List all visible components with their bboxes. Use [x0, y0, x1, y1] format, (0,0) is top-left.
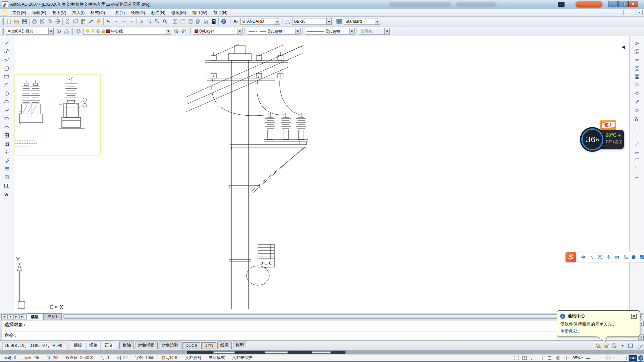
- match-properties-icon[interactable]: [87, 18, 95, 25]
- tab-layout1[interactable]: 布局1: [43, 313, 62, 320]
- help-icon[interactable]: ?: [220, 18, 227, 25]
- clean-screen-icon[interactable]: [627, 342, 634, 349]
- chamfer-icon[interactable]: [633, 156, 641, 165]
- zoom-realtime-icon[interactable]: [146, 18, 153, 25]
- line-icon[interactable]: [3, 39, 10, 47]
- plot-icon[interactable]: [31, 18, 38, 25]
- extend-icon[interactable]: [633, 123, 641, 131]
- save-icon[interactable]: [20, 18, 28, 25]
- command-window-grip[interactable]: [0, 320, 2, 340]
- copy-clip-icon[interactable]: [71, 18, 79, 25]
- chevron-down-icon[interactable]: [48, 28, 53, 34]
- chevron-down-icon[interactable]: [326, 18, 331, 24]
- menu-item-窗口w[interactable]: 窗口(W): [189, 9, 210, 16]
- tab-nav-[interactable]: ▶|: [19, 314, 25, 319]
- validate-icon[interactable]: [611, 342, 618, 349]
- status-toggle-dyn[interactable]: DYN: [201, 342, 216, 349]
- break-icon[interactable]: [633, 139, 641, 148]
- plot-preview-icon[interactable]: [38, 18, 46, 25]
- spunct-icon[interactable]: °,: [589, 253, 595, 261]
- 3d-dwf-icon[interactable]: [54, 18, 61, 25]
- tray-app-icon[interactable]: [558, 2, 565, 7]
- sogou-ime-bar[interactable]: S 中°,15: [566, 252, 644, 262]
- menu-item-修改m[interactable]: 修改(M): [168, 9, 189, 16]
- revcloud-icon[interactable]: [3, 98, 10, 106]
- globe-icon[interactable]: [96, 27, 101, 35]
- blurred-status-pill[interactable]: [576, 1, 602, 8]
- break-pt-icon[interactable]: [633, 131, 641, 139]
- status-toggle-线宽[interactable]: 线宽: [217, 342, 232, 349]
- status-toggle-捕捉[interactable]: 捕捉: [71, 342, 85, 349]
- lock-tray-icon[interactable]: [603, 342, 610, 349]
- pan-icon[interactable]: [138, 18, 146, 25]
- horizontal-scrollbar[interactable]: ▶: [63, 314, 643, 319]
- make-block-icon[interactable]: [3, 139, 10, 148]
- ellipse-arc-icon[interactable]: [3, 123, 10, 131]
- chevron-down-icon[interactable]: [375, 18, 380, 24]
- doc-control-[interactable]: ▢: [630, 10, 636, 15]
- wps-status-item-字数1055[interactable]: 字数: 1055: [135, 355, 154, 361]
- language-bar-grip[interactable]: [626, 355, 628, 361]
- tab-nav-[interactable]: |◀: [1, 314, 7, 319]
- toolbar-grip[interactable]: [2, 18, 4, 25]
- balloon-close-icon[interactable]: ✕: [631, 314, 637, 319]
- copy-icon[interactable]: [633, 47, 641, 56]
- sogou-logo-icon[interactable]: S: [566, 252, 576, 262]
- rectangle-icon[interactable]: [3, 72, 10, 81]
- command-prompt-line[interactable]: 命令:: [4, 331, 636, 339]
- fit-screen-icon[interactable]: [513, 355, 520, 361]
- trim-icon[interactable]: [633, 114, 641, 123]
- zoom-previous-icon[interactable]: [161, 18, 169, 25]
- skbd-icon[interactable]: [614, 253, 620, 261]
- paste-icon[interactable]: [79, 18, 87, 25]
- layer-combo[interactable]: 中心线: [83, 28, 171, 35]
- tab-nav-[interactable]: ◀: [7, 314, 13, 319]
- pline-icon[interactable]: [3, 56, 10, 64]
- arc-icon[interactable]: [3, 81, 10, 89]
- wps-status-item-兼容模式[interactable]: 兼容模式: [209, 355, 225, 361]
- tab-model[interactable]: 模型: [26, 313, 43, 320]
- ellipsei-icon[interactable]: [3, 114, 10, 123]
- mini-dd-icon[interactable]: [128, 18, 136, 25]
- coordinate-readout[interactable]: 16598.19, 3106.97, 0.00: [2, 342, 67, 349]
- move-icon[interactable]: [633, 81, 641, 89]
- sun-icon[interactable]: [90, 27, 96, 35]
- chevron-down-icon[interactable]: [166, 28, 171, 34]
- menu-item-标注n[interactable]: 标注(N): [148, 9, 168, 16]
- minimize-button[interactable]: —: [608, 1, 618, 7]
- zoom-slider[interactable]: —: [586, 356, 629, 361]
- side-page-icon[interactable]: [521, 355, 528, 361]
- text-style-combo[interactable]: STANDARD: [240, 18, 280, 25]
- menu-item-视图v[interactable]: 视图(V): [49, 9, 69, 16]
- spline-icon[interactable]: [3, 106, 10, 114]
- menu-item-文件f[interactable]: 文件(F): [9, 9, 29, 16]
- rotate-icon[interactable]: [633, 89, 641, 98]
- menu-item-编辑e[interactable]: 编辑(E): [29, 9, 49, 16]
- mtext-icon[interactable]: A: [3, 190, 10, 198]
- join-icon[interactable]: [633, 148, 641, 156]
- status-toggle-正交[interactable]: 正交: [102, 342, 116, 349]
- status-toggle-对象捕捉[interactable]: 对象捕捉: [135, 342, 158, 349]
- table-style-combo[interactable]: Standard: [344, 18, 380, 25]
- tablei-icon[interactable]: [3, 181, 10, 190]
- wps-status-item-设置值25厘米[interactable]: 设置值: 2.5厘米: [66, 355, 94, 361]
- block-editor-icon[interactable]: [95, 18, 102, 25]
- open-icon[interactable]: [13, 18, 20, 25]
- command-window[interactable]: 选择对象: 命令: ▲ ▼: [0, 320, 644, 341]
- wps-status-item-文档校对[interactable]: 文档校对: [185, 355, 201, 361]
- chevron-down-icon[interactable]: [295, 28, 300, 34]
- tool-palettes-icon[interactable]: [186, 18, 194, 25]
- offset-icon[interactable]: [633, 64, 641, 72]
- status-toggle-极轴[interactable]: 极轴: [119, 342, 134, 349]
- layer-manager-icon[interactable]: [74, 27, 82, 35]
- status-toggle-ducs[interactable]: DUCS: [182, 342, 200, 349]
- ime-help-icon[interactable]: ?: [638, 355, 643, 361]
- color-combo[interactable]: ByLayer: [193, 28, 243, 35]
- lineweight-combo[interactable]: ByLayer: [305, 28, 355, 35]
- zoom-out-icon[interactable]: —: [586, 356, 590, 361]
- wps-status-item-拼写检查[interactable]: 拼写检查: [162, 355, 178, 361]
- drawing-canvas[interactable]: Y X: [0, 36, 644, 313]
- balloon-link[interactable]: 单击此处。: [560, 328, 582, 334]
- hatch-icon[interactable]: [3, 156, 10, 165]
- menu-item-插入i[interactable]: 插入(I): [69, 9, 88, 16]
